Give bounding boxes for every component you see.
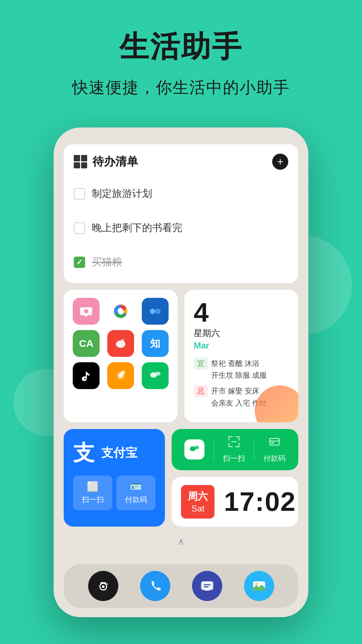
alipay-scan-label: 扫一扫	[82, 495, 104, 505]
alipay-actions: ⬜ 扫一扫 🪪 付款码	[73, 476, 156, 510]
app-dock	[64, 564, 298, 608]
clock-widget: 周六 Sat 17:02	[172, 477, 298, 527]
clock-day-en: Sat	[188, 503, 208, 514]
dock-message-button[interactable]	[192, 571, 222, 601]
todo-text-3: 买猫粮	[92, 255, 122, 269]
todo-divider-2	[74, 211, 288, 211]
wechat-scan-icon	[228, 436, 240, 451]
svg-rect-21	[229, 443, 229, 447]
app-icon-tv[interactable]	[73, 298, 100, 325]
todo-divider-1	[74, 176, 288, 177]
app-icon-wechat2[interactable]	[142, 362, 169, 389]
todo-divider-3	[74, 245, 288, 245]
alipay-scan-button[interactable]: ⬜ 扫一扫	[73, 476, 112, 510]
todo-widget: 待办清单 + 制定旅游计划 晚上把剩下的书看完 买猫粮	[64, 144, 298, 283]
todo-header: 待办清单 +	[74, 154, 288, 170]
cal-bad-badge: 忌	[194, 385, 208, 397]
wechat-widget: 扫一扫 付款码	[172, 429, 298, 470]
cal-date: 4	[194, 299, 209, 326]
header-area: 生活助手 快速便捷，你生活中的小助手	[0, 0, 362, 112]
scan-icon: ⬜	[87, 481, 99, 492]
dock-gallery-button[interactable]	[244, 571, 274, 601]
svg-point-6	[150, 309, 155, 314]
svg-rect-1	[85, 315, 87, 317]
app-icon-app3[interactable]	[142, 298, 169, 325]
checkbox-unchecked-1[interactable]	[74, 188, 85, 200]
alipay-top: 支 支付宝	[73, 438, 156, 468]
wechat-pay-icon	[268, 436, 281, 451]
middle-grid: CA 知	[64, 290, 298, 422]
svg-rect-23	[239, 443, 239, 447]
svg-rect-33	[204, 586, 208, 587]
cal-good-badge: 宜	[194, 358, 208, 370]
subtitle: 快速便捷，你生活中的小助手	[0, 77, 362, 98]
cal-weekday: 星期六	[194, 327, 289, 339]
wechat-pay-button[interactable]: 付款码	[263, 436, 286, 464]
todo-add-button[interactable]: +	[272, 154, 288, 170]
main-title: 生活助手	[0, 27, 362, 67]
svg-rect-26	[270, 440, 279, 442]
cal-good-items: 祭祀 斋醮 沐浴开生坟 除服 成服	[211, 358, 267, 381]
checkbox-unchecked-2[interactable]	[74, 222, 85, 234]
todo-item-1[interactable]: 制定旅游计划	[74, 182, 288, 205]
svg-rect-24	[231, 441, 237, 442]
app-icon-music[interactable]	[107, 362, 134, 389]
app-icon-ca[interactable]: CA	[73, 330, 100, 357]
wechat-logo-area	[184, 439, 204, 460]
chevron-up[interactable]: ∧	[64, 533, 298, 550]
apps-grid: CA 知	[72, 298, 170, 389]
pay-icon: 🪪	[130, 481, 142, 492]
svg-point-30	[107, 583, 108, 585]
cal-month: Mar	[194, 340, 289, 351]
svg-point-15	[194, 446, 199, 449]
svg-point-29	[102, 585, 105, 588]
calendar-widget: 4 星期六 Mar 宜 祭祀 斋醮 沐浴开生坟 除服 成服 忌 开市 嫁娶 安床…	[184, 290, 298, 422]
bottom-row: 支 支付宝 ⬜ 扫一扫 🪪 付款码	[64, 429, 298, 527]
wechat-logo-icon	[184, 439, 204, 460]
alipay-logo: 支	[73, 438, 95, 468]
svg-point-35	[255, 583, 258, 585]
app-icon-chrome[interactable]	[107, 298, 134, 325]
app-icon-weibo[interactable]	[107, 330, 134, 357]
svg-point-13	[155, 372, 161, 376]
phone-mockup: 待办清单 + 制定旅游计划 晚上把剩下的书看完 买猫粮	[54, 127, 308, 617]
dock-phone-button[interactable]	[140, 571, 170, 601]
todo-title: 待办清单	[93, 154, 138, 169]
wechat-scan-label: 扫一扫	[223, 453, 245, 464]
svg-point-5	[118, 309, 123, 314]
alipay-pay-label: 付款码	[125, 495, 147, 505]
todo-item-3[interactable]: 买猫粮	[74, 251, 288, 274]
todo-header-left: 待办清单	[74, 154, 138, 169]
todo-list-icon	[74, 155, 87, 168]
svg-point-9	[121, 339, 124, 342]
cal-good-section: 宜 祭祀 斋醮 沐浴开生坟 除服 成服	[194, 358, 289, 381]
svg-rect-27	[271, 442, 274, 443]
alipay-widget: 支 支付宝 ⬜ 扫一扫 🪪 付款码	[64, 429, 165, 527]
apps-widget: CA 知	[64, 290, 178, 422]
svg-rect-19	[239, 436, 239, 440]
wechat-divider	[214, 439, 214, 460]
svg-point-2	[84, 309, 88, 313]
dock-camera-button[interactable]	[88, 571, 118, 601]
todo-text-1: 制定旅游计划	[92, 187, 152, 201]
alipay-name: 支付宝	[101, 445, 137, 461]
svg-rect-32	[204, 584, 210, 585]
app-icon-zhihu[interactable]: 知	[142, 330, 169, 357]
checkbox-checked-3[interactable]	[74, 257, 85, 268]
clock-day-zh: 周六	[188, 490, 208, 503]
wechat-pay-label: 付款码	[263, 453, 286, 464]
todo-item-2[interactable]: 晚上把剩下的书看完	[74, 216, 288, 239]
app-icon-tiktok[interactable]	[73, 362, 100, 389]
wechat-divider2	[254, 439, 254, 460]
todo-text-2: 晚上把剩下的书看完	[92, 221, 182, 235]
svg-point-7	[155, 309, 161, 314]
alipay-pay-button[interactable]: 🪪 付款码	[116, 476, 156, 510]
wechat-scan-button[interactable]: 扫一扫	[223, 436, 245, 464]
right-column: 扫一扫 付款码 周六	[172, 429, 298, 527]
svg-rect-17	[229, 436, 229, 440]
clock-day-badge: 周六 Sat	[181, 485, 215, 519]
clock-time: 17:02	[224, 486, 296, 517]
